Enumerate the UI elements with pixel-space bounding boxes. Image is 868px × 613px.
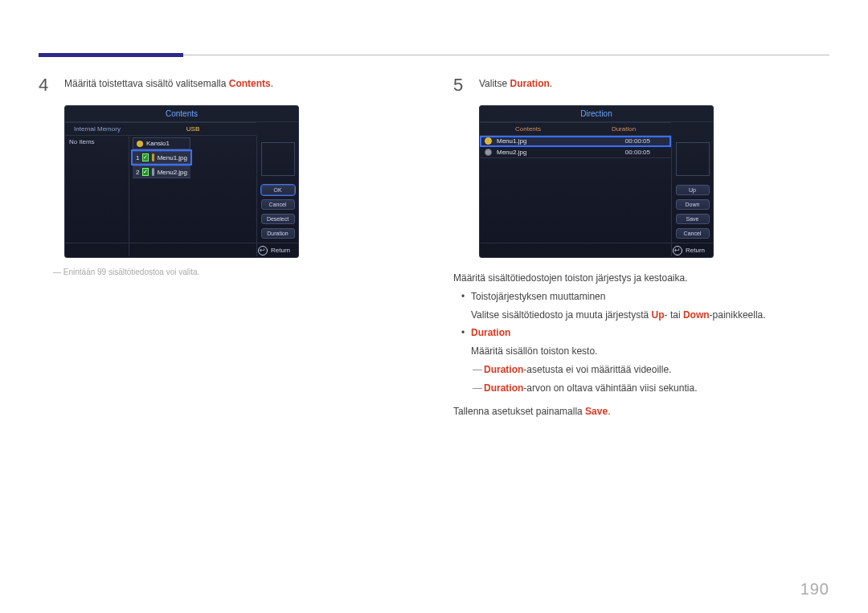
right-column: 5 Valitse Duration. Direction Contents D… <box>453 76 829 420</box>
list-row[interactable]: Menu1.jpg 00:00:05 <box>480 136 671 147</box>
ok-button[interactable]: OK <box>261 185 295 195</box>
up-button[interactable]: Up <box>676 185 710 195</box>
step-number: 5 <box>453 76 468 94</box>
keyword-duration: Duration <box>484 364 523 375</box>
text: Valitse sisältötiedosto ja muuta järjest… <box>471 309 652 321</box>
direction-panel: Direction Contents Duration Menu1.jpg 00… <box>479 105 714 258</box>
panel-column-headers: Contents Duration <box>480 122 713 136</box>
file-index: 1 <box>136 154 139 161</box>
panel-footer: Return <box>65 243 298 257</box>
step-4: 4 Määritä toistettava sisältö valitsemal… <box>39 76 415 94</box>
cancel-button[interactable]: Cancel <box>676 228 710 239</box>
keyword-contents: Contents <box>229 78 271 89</box>
bullet-duration-sub: Määritä sisällön toiston kesto. <box>453 342 829 361</box>
keyword-duration: Duration <box>510 78 549 89</box>
image-icon <box>152 168 154 176</box>
file-name: Menu2.jpg <box>497 149 526 156</box>
file-row[interactable]: 1 ✓ Menu1.jpg <box>133 151 190 164</box>
step-number: 4 <box>39 76 53 94</box>
step-5: 5 Valitse Duration. <box>453 76 829 94</box>
left-column: 4 Määritä toistettava sisältö valitsemal… <box>39 76 415 420</box>
preview-box <box>261 142 295 176</box>
dash-note-2: Duration-arvon on oltava vähintään viisi… <box>453 379 829 398</box>
col-contents: Contents <box>480 122 576 136</box>
panel-left-pane: No items <box>65 136 129 256</box>
step-text: Valitse Duration. <box>479 76 552 92</box>
no-items-text: No items <box>69 138 95 145</box>
col-duration: Duration <box>576 122 671 136</box>
down-button[interactable]: Down <box>676 199 710 210</box>
text: . <box>271 78 273 89</box>
keyword-duration: Duration <box>471 327 510 338</box>
panel-title: Contents <box>65 106 298 122</box>
text: Määritä toistettava sisältö valitsemalla <box>64 78 229 89</box>
panel-file-list: Kansio1 1 ✓ Menu1.jpg 2 ✓ <box>129 136 256 256</box>
file-name: Menu2.jpg <box>158 169 187 176</box>
folder-row[interactable]: Kansio1 <box>133 137 190 149</box>
file-row[interactable]: 2 ✓ Menu2.jpg <box>133 166 190 178</box>
intro-text: Määritä sisältötiedostojen toiston järje… <box>453 269 829 288</box>
keyword-down: Down <box>683 309 710 321</box>
file-name: Menu1.jpg <box>497 137 526 145</box>
text: . <box>608 406 610 417</box>
tab-internal-memory[interactable]: Internal Memory <box>65 122 129 136</box>
keyword-up: Up <box>652 309 665 321</box>
file-index: 2 <box>136 169 139 176</box>
duration-value: 00:00:05 <box>625 137 666 145</box>
panel-side-buttons: OK Cancel Deselect Duration <box>256 136 298 256</box>
bullet-duration: Duration <box>453 324 829 342</box>
text: -painikkeella. <box>710 309 766 321</box>
keyword-duration: Duration <box>484 382 523 394</box>
bullet-icon <box>485 137 492 145</box>
bullet-reorder-sub: Valitse sisältötiedosto ja muuta järjest… <box>453 306 829 325</box>
cancel-button[interactable]: Cancel <box>261 199 295 210</box>
bullet-reorder: Toistojärjestyksen muuttaminen <box>453 288 829 306</box>
duration-value: 00:00:05 <box>625 149 666 156</box>
tab-usb[interactable]: USB <box>129 122 256 136</box>
return-icon[interactable] <box>673 246 682 255</box>
checkbox-icon: ✓ <box>142 153 149 161</box>
save-button[interactable]: Save <box>676 214 710 224</box>
folder-icon <box>137 141 143 147</box>
panel-list: Menu1.jpg 00:00:05 Menu2.jpg 00:00:05 <box>480 136 671 256</box>
preview-box <box>676 142 710 176</box>
page-number: 190 <box>800 580 829 599</box>
contents-panel: Contents Internal Memory USB No items <box>64 105 299 258</box>
text: Valitse <box>479 78 510 89</box>
file-name: Menu1.jpg <box>158 154 187 161</box>
header-accent <box>39 53 183 57</box>
text: Tallenna asetukset painamalla <box>453 406 585 417</box>
page: 4 Määritä toistettava sisältö valitsemal… <box>0 0 868 613</box>
text: . <box>550 78 552 89</box>
folder-name: Kansio1 <box>146 140 170 147</box>
duration-button[interactable]: Duration <box>261 228 295 239</box>
checkbox-icon: ✓ <box>142 168 149 176</box>
step-text: Määritä toistettava sisältö valitsemalla… <box>64 76 273 92</box>
footnote: Enintään 99 sisältötiedostoa voi valita. <box>53 268 415 276</box>
panel-footer: Return <box>480 243 713 257</box>
image-icon <box>152 153 154 161</box>
bullet-icon <box>485 149 492 156</box>
panel-side-buttons: Up Down Save Cancel <box>671 136 713 256</box>
deselect-button[interactable]: Deselect <box>261 214 295 224</box>
text: - tai <box>665 309 683 321</box>
return-icon[interactable] <box>258 246 268 255</box>
panel-title: Direction <box>480 106 713 122</box>
panel-tabs: Internal Memory USB <box>65 122 298 136</box>
save-text: Tallenna asetukset painamalla Save. <box>453 403 829 421</box>
list-row[interactable]: Menu2.jpg 00:00:05 <box>480 147 671 158</box>
dash-note-1: Duration-asetusta ei voi määrittää video… <box>453 361 829 379</box>
return-label: Return <box>686 247 705 254</box>
text: -asetusta ei voi määrittää videoille. <box>523 364 671 375</box>
text: -arvon on oltava vähintään viisi sekunti… <box>523 382 697 394</box>
return-label: Return <box>271 247 290 254</box>
keyword-save: Save <box>585 406 608 417</box>
